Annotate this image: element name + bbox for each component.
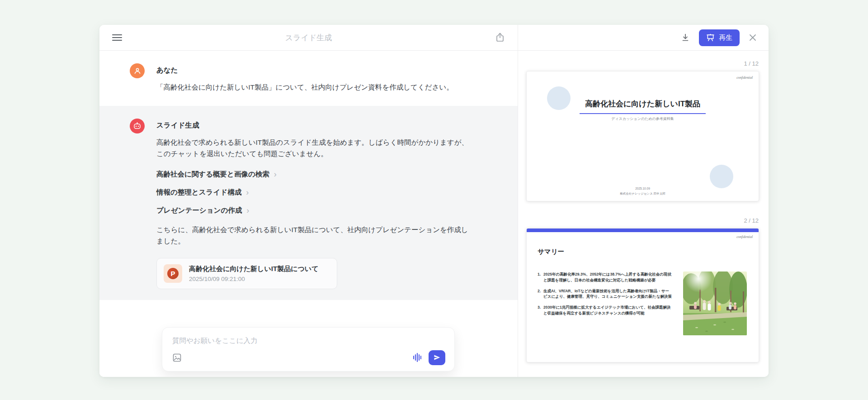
file-attachment-card[interactable]: P 高齢化社会に向けた新しいIT製品について 2025/10/09 09:21:…	[156, 258, 337, 289]
step-item[interactable]: 高齢社会に関する概要と画像の検索 ›	[156, 170, 475, 179]
slide-date: 2025.10.09	[527, 186, 759, 191]
bot-outro: こちらに、高齢化社会で求められる新しいIT製品について、社内向けプレゼンテーショ…	[156, 224, 475, 247]
slide-bullet: 2. 生成AI、VR/AR、IoTなどの最新技術を活用した高齢者向けIT製品・サ…	[538, 288, 672, 300]
user-icon	[133, 67, 142, 75]
chat-input[interactable]: 質問やお願いをここに入力	[162, 327, 455, 371]
download-icon	[681, 33, 690, 43]
preview-header: 再生	[518, 25, 769, 51]
play-button-label: 再生	[719, 33, 732, 42]
file-timestamp: 2025/10/09 09:21:00	[189, 276, 319, 282]
confidential-mark: confidential	[736, 76, 753, 80]
bot-intro: 高齢化社会で求められる新しいIT製品のスライド生成を始めます。しばらく時間がかか…	[156, 137, 475, 160]
presentation-icon	[706, 33, 715, 42]
step-item[interactable]: 情報の整理とスライド構成 ›	[156, 188, 475, 197]
slide-credit: 株式会社ナレッジセンス 田中太郎	[527, 191, 759, 196]
chat-title: スライド生成	[99, 33, 518, 43]
user-text: 「高齢化社会に向けた新しいIT製品」について、社内向けプレゼン資料を作成してくだ…	[156, 81, 453, 93]
task-steps: 高齢社会に関する概要と画像の検索 › 情報の整理とスライド構成 › プレゼンテー…	[156, 170, 475, 215]
user-name: あなた	[156, 66, 453, 75]
chevron-right-icon: ›	[246, 188, 249, 196]
slide-bullet: 1. 2025年の高齢化率29.3%、2052年には38.7%へ上昇する高齢化社…	[538, 271, 672, 283]
send-button[interactable]	[429, 350, 445, 365]
park-photo	[683, 271, 747, 335]
robot-icon	[133, 122, 142, 130]
slide-page-indicator: 2 / 12	[526, 217, 759, 224]
slide-footer: 2025.10.09 株式会社ナレッジセンス 田中太郎	[527, 186, 759, 196]
share-icon[interactable]	[495, 32, 505, 43]
menu-icon[interactable]	[112, 33, 122, 43]
send-icon	[433, 354, 441, 361]
user-message: あなた 「高齢化社会に向けた新しいIT製品」について、社内向けプレゼン資料を作成…	[99, 51, 518, 106]
powerpoint-icon: P	[164, 264, 182, 283]
decor-circle	[710, 165, 733, 188]
user-avatar	[130, 63, 145, 78]
slide-thumbnail-2[interactable]: confidential サマリー 1. 2025年の高齢化率29.3%、205…	[526, 228, 759, 362]
chevron-right-icon: ›	[246, 206, 249, 214]
slide-title: サマリー	[538, 248, 564, 256]
app-window: スライド生成 あなた 「高齢化社会に向けた新しいIT製品」について、社内	[99, 25, 769, 377]
slide-bullet: 3. 2030年に1兆円規模に拡大するエイジテック市場において、社会課題解決と収…	[538, 305, 672, 316]
chat-header: スライド生成	[99, 25, 518, 51]
slide-title: 高齢化社会に向けた新しいIT製品	[580, 99, 706, 114]
file-title: 高齢化社会に向けた新しいIT製品について	[189, 265, 319, 273]
input-section: 質問やお願いをここに入力	[99, 300, 518, 377]
bot-name: スライド生成	[156, 121, 475, 130]
close-button[interactable]	[749, 33, 757, 42]
download-button[interactable]	[681, 33, 690, 43]
image-icon	[172, 353, 182, 362]
confidential-mark: confidential	[736, 235, 753, 239]
input-placeholder: 質問やお願いをここに入力	[172, 336, 445, 346]
slide-thumbnail-1[interactable]: confidential 高齢化社会に向けた新しいIT製品 ディスカッションのた…	[526, 71, 759, 201]
close-icon	[749, 33, 757, 42]
bot-avatar	[130, 119, 145, 133]
attach-image-button[interactable]	[172, 353, 182, 362]
slide-accent-bar	[527, 229, 759, 232]
waveform-icon	[412, 352, 421, 362]
chat-panel: スライド生成 あなた 「高齢化社会に向けた新しいIT製品」について、社内	[99, 25, 518, 377]
slide-subtitle: ディスカッションのための参考資料集	[527, 116, 759, 121]
bot-message: スライド生成 高齢化社会で求められる新しいIT製品のスライド生成を始めます。しば…	[99, 106, 518, 300]
slide-preview-panel: 再生 1 / 12 confidential 高齢化社会に向けた新しいIT製品 …	[518, 25, 769, 377]
slide-page-indicator: 1 / 12	[526, 60, 759, 67]
chevron-right-icon: ›	[274, 170, 277, 178]
slide-bullet-list: 1. 2025年の高齢化率29.3%、2052年には38.7%へ上昇する高齢化社…	[538, 271, 672, 316]
play-button[interactable]: 再生	[699, 29, 740, 46]
voice-input-button[interactable]	[412, 352, 421, 362]
step-item[interactable]: プレゼンテーションの作成 ›	[156, 206, 475, 215]
preview-body: 1 / 12 confidential 高齢化社会に向けた新しいIT製品 ディス…	[518, 51, 769, 377]
